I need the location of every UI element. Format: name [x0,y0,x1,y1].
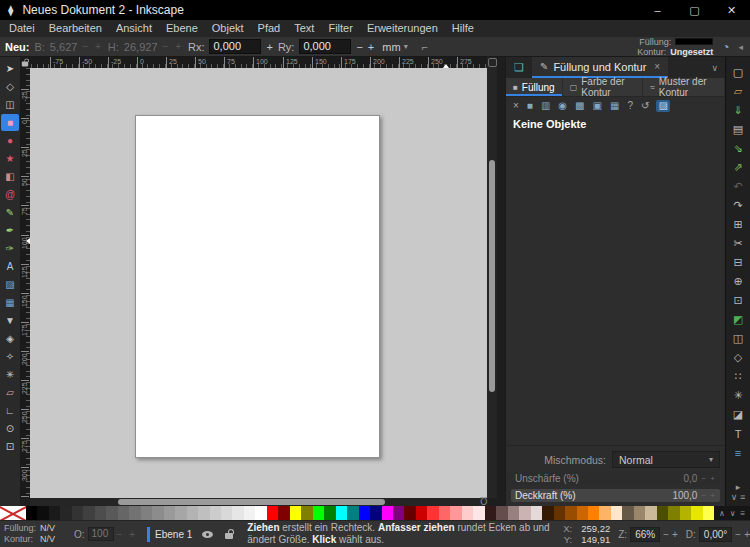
duplicate-button[interactable]: ◩ [733,310,743,329]
create-clone-button[interactable]: ◫ [733,329,743,348]
vertical-ruler[interactable]: -250255075100125150175200225250275300325 [20,68,30,498]
palette-swatch[interactable] [611,506,622,520]
minimize-button[interactable]: – [639,0,676,20]
paint-flat-color-button[interactable]: ■ [526,100,534,112]
palette-swatch[interactable] [462,506,473,520]
menu-item-objekt[interactable]: Objekt [205,20,251,37]
style-swatch-indicator[interactable]: Füllung:N/V Kontur:N/V [0,523,70,545]
palette-swatch[interactable] [485,506,496,520]
palette-swatch[interactable] [106,506,117,520]
eraser-tool[interactable]: ▱ [1,384,19,401]
rotation-input[interactable]: 0,00° [699,527,732,542]
palette-swatch[interactable] [599,506,610,520]
palette-swatch[interactable] [531,506,542,520]
zoom-input[interactable]: 66% [630,527,660,542]
palette-swatch-none[interactable] [0,506,26,520]
tweak-tool[interactable]: ✧ [1,348,19,365]
paint-mesh-gradient-button[interactable]: ▨ [656,100,669,112]
dock-menu-chevron-icon[interactable]: ∨ [711,57,725,78]
horizontal-scrollbar-thumb[interactable] [118,499,385,505]
palette-swatch[interactable] [691,506,702,520]
menu-item-pfad[interactable]: Pfad [251,20,288,37]
palette-swatch[interactable] [577,506,588,520]
palette-swatch[interactable] [152,506,163,520]
blur-slider[interactable]: Unschärfe (%) 0,0 − + [511,472,720,485]
palette-swatch[interactable] [370,506,381,520]
vertical-scrollbar[interactable] [487,57,497,498]
palette-swatch[interactable] [680,506,691,520]
palette-swatch[interactable] [187,506,198,520]
undo-button[interactable]: ↶ [733,177,742,196]
gradient-tool[interactable]: ▨ [1,276,19,293]
open-document-button[interactable]: ▱ [734,82,742,101]
palette-swatch[interactable] [129,506,140,520]
text-dialog-button[interactable]: T [735,424,742,443]
cut-button[interactable]: ✂ [733,234,742,253]
sharp-corners-button[interactable]: ⌐ [422,41,428,53]
vertical-scrollbar-thumb[interactable] [489,160,495,392]
palette-swatch[interactable] [393,506,404,520]
save-document-button[interactable]: ⇓ [733,101,742,120]
spiral-tool[interactable]: @ [1,186,19,203]
palette-swatch[interactable] [255,506,266,520]
copy-button[interactable]: ⊞ [733,215,742,234]
paint-swatch-button[interactable]: ▣ [592,100,603,112]
pencil-tool[interactable]: ✎ [1,204,19,221]
palette-swatch[interactable] [267,506,278,520]
print-document-button[interactable]: ▤ [733,120,743,139]
palette-swatch[interactable] [473,506,484,520]
palette-swatch[interactable] [657,506,668,520]
zoom-minus-button[interactable]: − [663,529,669,540]
palette-swatch[interactable] [37,506,48,520]
tab-close-icon[interactable]: × [654,61,660,72]
horizontal-scrollbar[interactable] [30,498,487,506]
palette-swatch[interactable] [450,506,461,520]
star-tool[interactable]: ★ [1,150,19,167]
menu-item-filter[interactable]: Filter [321,20,359,37]
tab-fill-and-stroke[interactable]: ✎ Füllung und Kontur × [532,57,668,78]
palette-swatch[interactable] [290,506,301,520]
rotation-minus-button[interactable]: − [735,529,741,540]
lock-guides-icon[interactable] [22,61,28,66]
3d-box-tool[interactable]: ◧ [1,168,19,185]
spray-tool[interactable]: ✳ [1,366,19,383]
palette-swatch[interactable] [645,506,656,520]
layer-selector[interactable]: Ebene 1 [155,529,192,540]
palette-swatch[interactable] [232,506,243,520]
layer-lock-icon[interactable] [225,533,233,539]
commands-menu[interactable]: ∨ ≡ [731,492,745,502]
paint-radial-gradient-button[interactable]: ◉ [557,100,568,112]
menu-item-ansicht[interactable]: Ansicht [109,20,159,37]
palette-swatch[interactable] [668,506,679,520]
palette-swatch[interactable] [359,506,370,520]
palette-swatch[interactable] [496,506,507,520]
unlink-clone-button[interactable]: ◇ [734,348,742,367]
close-button[interactable]: ✕ [713,0,750,20]
palette-swatch[interactable] [565,506,576,520]
menu-item-erweiterungen[interactable]: Erweiterungen [360,20,445,37]
bezier-tool[interactable]: ✒ [1,222,19,239]
paint-none-button[interactable]: × [512,100,520,112]
layer-visibility-icon[interactable] [202,531,213,538]
palette-swatch[interactable] [347,506,358,520]
palette-swatch[interactable] [175,506,186,520]
import-image-button[interactable]: ⇘ [733,139,742,158]
palette-swatch[interactable] [336,506,347,520]
maximize-button[interactable]: ▢ [676,0,713,20]
paint-unknown-button[interactable]: ? [626,100,634,112]
palette-swatch[interactable] [554,506,565,520]
palette-swatch[interactable] [72,506,83,520]
ungroup-button[interactable]: ✳ [733,386,742,405]
zoom-page-button[interactable]: ⊡ [733,291,742,310]
palette-swatch[interactable] [542,506,553,520]
ellipse-tool[interactable]: ● [1,132,19,149]
blend-mode-dropdown[interactable]: Normal ▾ [612,451,720,468]
canvas[interactable] [30,68,487,498]
new-document-button[interactable]: ▢ [733,63,743,82]
palette-swatch[interactable] [324,506,335,520]
paint-inherit-button[interactable]: ↺ [640,100,650,112]
shape-builder-tool[interactable]: ◫ [1,96,19,113]
palette-swatch[interactable] [95,506,106,520]
tab-fill[interactable]: ■ Füllung [506,78,563,96]
palette-scroll-down-icon[interactable]: ∨ [730,509,736,518]
